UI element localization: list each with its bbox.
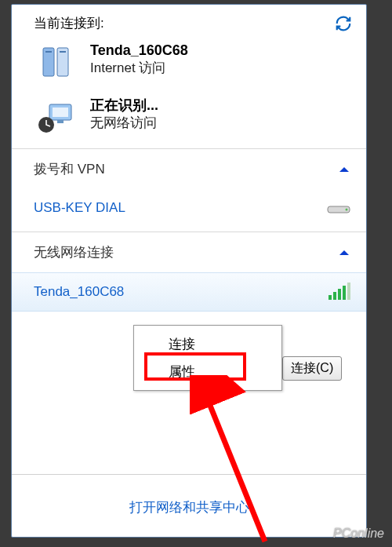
section-vpn[interactable]: 拨号和 VPN (12, 149, 366, 189)
connect-button[interactable]: 连接(C) (282, 356, 342, 381)
svg-rect-5 (53, 108, 68, 117)
modem-icon (327, 202, 350, 214)
watermark: PConline (333, 527, 384, 541)
vpn-item[interactable]: USB-KEY DIAL (12, 189, 366, 227)
vpn-item-label: USB-KEY DIAL (34, 200, 125, 216)
refresh-icon[interactable] (335, 15, 352, 32)
svg-rect-2 (45, 51, 52, 53)
ctx-item-connect[interactable]: 连接 (137, 330, 278, 358)
connection-status: Internet 访问 (90, 60, 188, 77)
wifi-ssid: Tenda_160C68 (34, 284, 328, 300)
wifi-item[interactable]: Tenda_160C68 (12, 272, 366, 312)
connection-status: 无网络访问 (90, 115, 158, 132)
footer: 打开网络和共享中心 (12, 474, 366, 537)
signal-icon (328, 284, 350, 300)
svg-rect-6 (57, 120, 64, 123)
connection-item[interactable]: 正在识别... 无网络访问 (12, 89, 366, 144)
ctx-item-properties[interactable]: 属性 (137, 358, 278, 385)
chevron-up-icon (338, 163, 350, 176)
server-icon (35, 42, 79, 82)
chevron-up-icon (338, 246, 350, 259)
connection-name: 正在识别... (90, 97, 158, 115)
section-title: 拨号和 VPN (34, 160, 105, 178)
header-title: 当前连接到: (34, 14, 335, 32)
section-title: 无线网络连接 (34, 243, 114, 261)
section-wifi[interactable]: 无线网络连接 (12, 232, 366, 272)
context-menu: 连接 属性 (133, 325, 282, 391)
network-flyout: 当前连接到: Tenda_160C68 Internet 访问 正在识别... … (11, 4, 367, 538)
network-unknown-icon (35, 97, 79, 137)
connection-name: Tenda_160C68 (90, 42, 188, 60)
svg-rect-3 (60, 51, 66, 53)
connection-item[interactable]: Tenda_160C68 Internet 访问 (12, 34, 366, 89)
open-network-center-link[interactable]: 打开网络和共享中心 (129, 500, 249, 515)
header: 当前连接到: (12, 5, 366, 34)
svg-point-9 (346, 209, 348, 211)
